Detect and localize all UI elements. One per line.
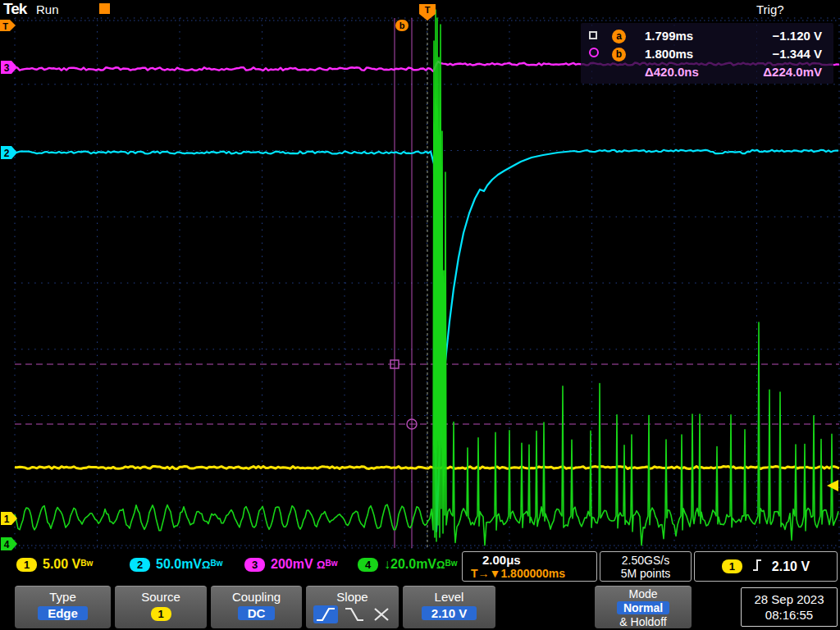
menu-slope-button[interactable]: Slope	[306, 586, 399, 628]
trigger-readout: 1 2.10 V	[694, 551, 838, 582]
oscilloscope-screen: Tek Run Trig? 3214TbT a 1.799ms −1.120 V…	[0, 0, 840, 630]
ch3-impedance: Ω	[317, 559, 325, 571]
cursor-a-badge: a	[612, 30, 626, 43]
svg-text:b: b	[399, 21, 405, 30]
either-slope-icon[interactable]	[371, 605, 392, 623]
time-value: 08:16:55	[742, 607, 837, 623]
ch2-readout: 2 50.0mVΩBw	[130, 555, 222, 574]
ch4-scale: ↓20.0mV	[384, 557, 436, 571]
menu-type-button[interactable]: Type Edge	[15, 586, 111, 628]
ch3-badge[interactable]: 3	[244, 558, 265, 572]
sample-rate: 2.50GS/s	[600, 554, 691, 567]
svg-text:1: 1	[4, 514, 10, 525]
trigger-source-badge: 1	[722, 559, 742, 573]
menu-source-label: Source	[115, 590, 207, 604]
cursor-b-shape-icon	[589, 48, 599, 57]
cursor-readout-panel: a 1.799ms −1.120 V b 1.800ms −1.344 V Δ4…	[581, 23, 833, 84]
date-value: 28 Sep 2023	[742, 591, 837, 607]
menu-type-label: Type	[15, 590, 111, 604]
ch3-scale: 200mV	[271, 557, 313, 571]
trigger-position-flag[interactable]: T	[419, 4, 436, 21]
menu-coupling-label: Coupling	[211, 590, 302, 604]
record-length: 5M points	[600, 567, 691, 580]
svg-text:T: T	[425, 5, 431, 15]
trigger-level-value: 2.10 V	[772, 559, 810, 574]
datetime-display: 28 Sep 2023 08:16:55	[741, 587, 838, 627]
trigger-slope-icon	[751, 557, 764, 577]
ch3-bandwidth-icon: Bw	[325, 559, 337, 568]
svg-text:2: 2	[4, 148, 10, 159]
ch1-bandwidth-icon: Bw	[80, 559, 93, 568]
svg-text:4: 4	[4, 539, 10, 550]
menu-mode-value2: & Holdoff	[595, 615, 692, 628]
menu-coupling-value: DC	[238, 606, 276, 620]
ch4-bandwidth-icon: Bw	[445, 559, 457, 568]
trace-ch4	[15, 10, 838, 546]
menu-mode-button[interactable]: Mode Normal & Holdoff	[595, 586, 692, 628]
ch4-ground-marker[interactable]: 4	[1, 537, 17, 550]
ch2-bandwidth-icon: Bw	[210, 559, 222, 568]
svg-text:3: 3	[4, 62, 10, 74]
ch4-impedance: Ω	[436, 559, 445, 571]
trigger-delay-icon: T→▼	[471, 567, 500, 580]
cursor-a-voltage: −1.120 V	[750, 29, 825, 43]
ch1-readout: 1 5.00 VBw	[16, 555, 93, 574]
cursor-b-row: b 1.800ms −1.344 V	[589, 44, 825, 62]
menu-type-value: Edge	[38, 606, 88, 620]
menu-level-button[interactable]: Level 2.10 V	[403, 586, 495, 628]
rising-slope-icon[interactable]	[313, 605, 338, 623]
ch1-badge[interactable]: 1	[16, 558, 37, 572]
waveform-display: 3214TbT	[0, 0, 840, 630]
ch4-readout: 4 ↓20.0mVΩBw	[358, 555, 457, 574]
ch2-impedance: Ω	[202, 559, 210, 571]
menu-level-value: 2.10 V	[422, 606, 477, 620]
ch3-readout: 3 200mV ΩBw	[244, 555, 337, 574]
cursor-b-badge: b	[612, 48, 626, 62]
timebase-value: 2.00μs	[471, 553, 596, 567]
cursor-b-time: 1.800ms	[645, 47, 750, 61]
cursor-a-time: 1.799ms	[645, 29, 750, 43]
cursor-delta-voltage: Δ224.0mV	[750, 65, 825, 79]
falling-slope-icon[interactable]	[342, 605, 367, 623]
cursor-b-flag[interactable]: b	[395, 20, 409, 31]
ch4-badge[interactable]: 4	[358, 558, 378, 572]
cursor-delta-time: Δ420.0ns	[645, 65, 750, 79]
cursor-a-row: a 1.799ms −1.120 V	[589, 26, 825, 44]
menu-level-label: Level	[403, 590, 495, 604]
menu-mode-value: Normal	[617, 601, 669, 614]
trigger-time-flag[interactable]: T	[0, 20, 16, 31]
cursor-b-voltage: −1.344 V	[750, 47, 825, 61]
ch2-badge[interactable]: 2	[130, 558, 150, 572]
menu-source-value: 1	[151, 607, 171, 621]
cursor-a-shape-icon	[589, 31, 597, 39]
menu-source-button[interactable]: Source 1	[115, 586, 207, 628]
ch1-scale: 5.00 V	[43, 557, 80, 571]
acquisition-readout: 2.50GS/s 5M points	[600, 551, 692, 582]
menu-mode-label: Mode	[595, 587, 692, 600]
trigger-delay-value: 1.800000ms	[500, 567, 565, 580]
svg-text:T: T	[2, 21, 8, 31]
horizontal-readout: 2.00μs T→▼1.800000ms	[462, 551, 597, 582]
menu-slope-label: Slope	[306, 590, 399, 604]
menu-coupling-button[interactable]: Coupling DC	[211, 586, 302, 628]
ch2-scale: 50.0mV	[156, 557, 202, 571]
cursor-delta-row: Δ420.0ns Δ224.0mV	[589, 62, 825, 80]
